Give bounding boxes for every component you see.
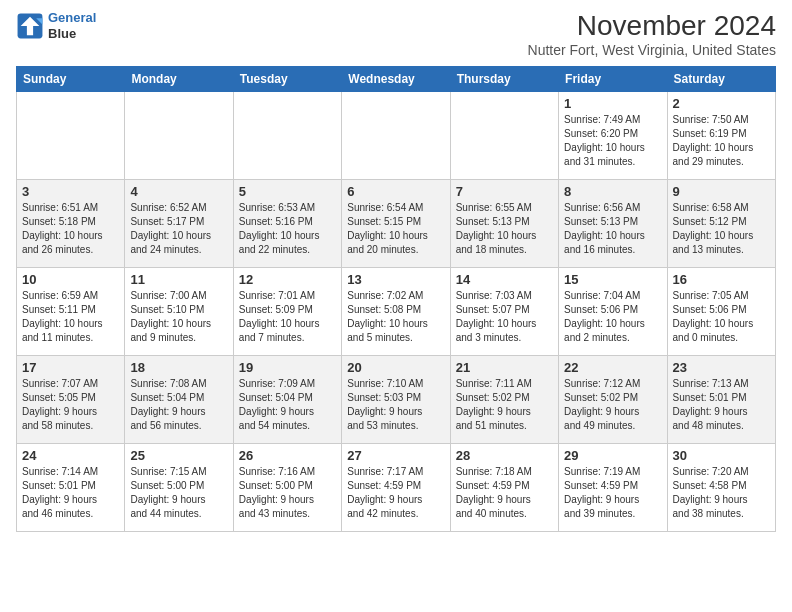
calendar-cell: 17Sunrise: 7:07 AM Sunset: 5:05 PM Dayli…	[17, 356, 125, 444]
calendar-cell: 6Sunrise: 6:54 AM Sunset: 5:15 PM Daylig…	[342, 180, 450, 268]
week-row-4: 17Sunrise: 7:07 AM Sunset: 5:05 PM Dayli…	[17, 356, 776, 444]
calendar-cell: 5Sunrise: 6:53 AM Sunset: 5:16 PM Daylig…	[233, 180, 341, 268]
day-number: 17	[22, 360, 119, 375]
calendar-cell: 14Sunrise: 7:03 AM Sunset: 5:07 PM Dayli…	[450, 268, 558, 356]
calendar-header-row: SundayMondayTuesdayWednesdayThursdayFrid…	[17, 67, 776, 92]
day-number: 25	[130, 448, 227, 463]
day-number: 30	[673, 448, 770, 463]
day-detail: Sunrise: 7:01 AM Sunset: 5:09 PM Dayligh…	[239, 289, 336, 345]
day-detail: Sunrise: 7:13 AM Sunset: 5:01 PM Dayligh…	[673, 377, 770, 433]
calendar-cell: 24Sunrise: 7:14 AM Sunset: 5:01 PM Dayli…	[17, 444, 125, 532]
day-number: 24	[22, 448, 119, 463]
calendar-cell: 3Sunrise: 6:51 AM Sunset: 5:18 PM Daylig…	[17, 180, 125, 268]
day-number: 15	[564, 272, 661, 287]
day-number: 14	[456, 272, 553, 287]
day-header-saturday: Saturday	[667, 67, 775, 92]
calendar-cell: 4Sunrise: 6:52 AM Sunset: 5:17 PM Daylig…	[125, 180, 233, 268]
day-detail: Sunrise: 7:04 AM Sunset: 5:06 PM Dayligh…	[564, 289, 661, 345]
day-detail: Sunrise: 7:14 AM Sunset: 5:01 PM Dayligh…	[22, 465, 119, 521]
day-number: 5	[239, 184, 336, 199]
day-number: 13	[347, 272, 444, 287]
day-header-thursday: Thursday	[450, 67, 558, 92]
day-header-friday: Friday	[559, 67, 667, 92]
calendar-cell: 9Sunrise: 6:58 AM Sunset: 5:12 PM Daylig…	[667, 180, 775, 268]
calendar-cell: 13Sunrise: 7:02 AM Sunset: 5:08 PM Dayli…	[342, 268, 450, 356]
logo-line2: Blue	[48, 26, 96, 42]
day-number: 8	[564, 184, 661, 199]
day-detail: Sunrise: 7:50 AM Sunset: 6:19 PM Dayligh…	[673, 113, 770, 169]
day-number: 2	[673, 96, 770, 111]
day-detail: Sunrise: 7:05 AM Sunset: 5:06 PM Dayligh…	[673, 289, 770, 345]
day-number: 12	[239, 272, 336, 287]
calendar-cell: 19Sunrise: 7:09 AM Sunset: 5:04 PM Dayli…	[233, 356, 341, 444]
calendar-cell	[17, 92, 125, 180]
calendar-cell: 7Sunrise: 6:55 AM Sunset: 5:13 PM Daylig…	[450, 180, 558, 268]
main-title: November 2024	[528, 10, 776, 42]
week-row-3: 10Sunrise: 6:59 AM Sunset: 5:11 PM Dayli…	[17, 268, 776, 356]
day-detail: Sunrise: 6:58 AM Sunset: 5:12 PM Dayligh…	[673, 201, 770, 257]
day-detail: Sunrise: 7:07 AM Sunset: 5:05 PM Dayligh…	[22, 377, 119, 433]
calendar-cell: 10Sunrise: 6:59 AM Sunset: 5:11 PM Dayli…	[17, 268, 125, 356]
day-detail: Sunrise: 6:55 AM Sunset: 5:13 PM Dayligh…	[456, 201, 553, 257]
day-detail: Sunrise: 6:59 AM Sunset: 5:11 PM Dayligh…	[22, 289, 119, 345]
day-number: 9	[673, 184, 770, 199]
day-number: 4	[130, 184, 227, 199]
page: General Blue November 2024 Nutter Fort, …	[0, 0, 792, 548]
logo: General Blue	[16, 10, 96, 41]
day-number: 27	[347, 448, 444, 463]
day-detail: Sunrise: 6:56 AM Sunset: 5:13 PM Dayligh…	[564, 201, 661, 257]
day-number: 20	[347, 360, 444, 375]
subtitle: Nutter Fort, West Virginia, United State…	[528, 42, 776, 58]
week-row-5: 24Sunrise: 7:14 AM Sunset: 5:01 PM Dayli…	[17, 444, 776, 532]
calendar-cell	[125, 92, 233, 180]
day-detail: Sunrise: 7:18 AM Sunset: 4:59 PM Dayligh…	[456, 465, 553, 521]
day-detail: Sunrise: 6:54 AM Sunset: 5:15 PM Dayligh…	[347, 201, 444, 257]
day-number: 23	[673, 360, 770, 375]
day-number: 11	[130, 272, 227, 287]
calendar-cell: 18Sunrise: 7:08 AM Sunset: 5:04 PM Dayli…	[125, 356, 233, 444]
calendar-cell	[342, 92, 450, 180]
day-header-sunday: Sunday	[17, 67, 125, 92]
day-detail: Sunrise: 7:49 AM Sunset: 6:20 PM Dayligh…	[564, 113, 661, 169]
day-number: 7	[456, 184, 553, 199]
day-number: 19	[239, 360, 336, 375]
day-header-monday: Monday	[125, 67, 233, 92]
calendar-cell: 28Sunrise: 7:18 AM Sunset: 4:59 PM Dayli…	[450, 444, 558, 532]
day-detail: Sunrise: 7:15 AM Sunset: 5:00 PM Dayligh…	[130, 465, 227, 521]
title-block: November 2024 Nutter Fort, West Virginia…	[528, 10, 776, 58]
calendar-cell: 12Sunrise: 7:01 AM Sunset: 5:09 PM Dayli…	[233, 268, 341, 356]
calendar-cell: 22Sunrise: 7:12 AM Sunset: 5:02 PM Dayli…	[559, 356, 667, 444]
day-number: 26	[239, 448, 336, 463]
day-detail: Sunrise: 7:20 AM Sunset: 4:58 PM Dayligh…	[673, 465, 770, 521]
day-header-tuesday: Tuesday	[233, 67, 341, 92]
logo-icon	[16, 12, 44, 40]
calendar-cell: 30Sunrise: 7:20 AM Sunset: 4:58 PM Dayli…	[667, 444, 775, 532]
calendar-cell: 21Sunrise: 7:11 AM Sunset: 5:02 PM Dayli…	[450, 356, 558, 444]
day-detail: Sunrise: 7:12 AM Sunset: 5:02 PM Dayligh…	[564, 377, 661, 433]
day-detail: Sunrise: 7:03 AM Sunset: 5:07 PM Dayligh…	[456, 289, 553, 345]
calendar-cell: 1Sunrise: 7:49 AM Sunset: 6:20 PM Daylig…	[559, 92, 667, 180]
calendar-table: SundayMondayTuesdayWednesdayThursdayFrid…	[16, 66, 776, 532]
day-detail: Sunrise: 7:09 AM Sunset: 5:04 PM Dayligh…	[239, 377, 336, 433]
day-number: 16	[673, 272, 770, 287]
calendar-cell: 2Sunrise: 7:50 AM Sunset: 6:19 PM Daylig…	[667, 92, 775, 180]
calendar-cell: 8Sunrise: 6:56 AM Sunset: 5:13 PM Daylig…	[559, 180, 667, 268]
calendar-cell: 15Sunrise: 7:04 AM Sunset: 5:06 PM Dayli…	[559, 268, 667, 356]
day-detail: Sunrise: 6:51 AM Sunset: 5:18 PM Dayligh…	[22, 201, 119, 257]
day-detail: Sunrise: 6:52 AM Sunset: 5:17 PM Dayligh…	[130, 201, 227, 257]
calendar-cell	[233, 92, 341, 180]
day-number: 22	[564, 360, 661, 375]
calendar-cell: 20Sunrise: 7:10 AM Sunset: 5:03 PM Dayli…	[342, 356, 450, 444]
calendar-cell: 16Sunrise: 7:05 AM Sunset: 5:06 PM Dayli…	[667, 268, 775, 356]
week-row-1: 1Sunrise: 7:49 AM Sunset: 6:20 PM Daylig…	[17, 92, 776, 180]
calendar-cell: 27Sunrise: 7:17 AM Sunset: 4:59 PM Dayli…	[342, 444, 450, 532]
day-number: 29	[564, 448, 661, 463]
day-number: 18	[130, 360, 227, 375]
day-detail: Sunrise: 7:08 AM Sunset: 5:04 PM Dayligh…	[130, 377, 227, 433]
header: General Blue November 2024 Nutter Fort, …	[16, 10, 776, 58]
day-detail: Sunrise: 7:17 AM Sunset: 4:59 PM Dayligh…	[347, 465, 444, 521]
calendar-cell: 29Sunrise: 7:19 AM Sunset: 4:59 PM Dayli…	[559, 444, 667, 532]
calendar-cell: 25Sunrise: 7:15 AM Sunset: 5:00 PM Dayli…	[125, 444, 233, 532]
logo-line1: General	[48, 10, 96, 25]
day-number: 10	[22, 272, 119, 287]
